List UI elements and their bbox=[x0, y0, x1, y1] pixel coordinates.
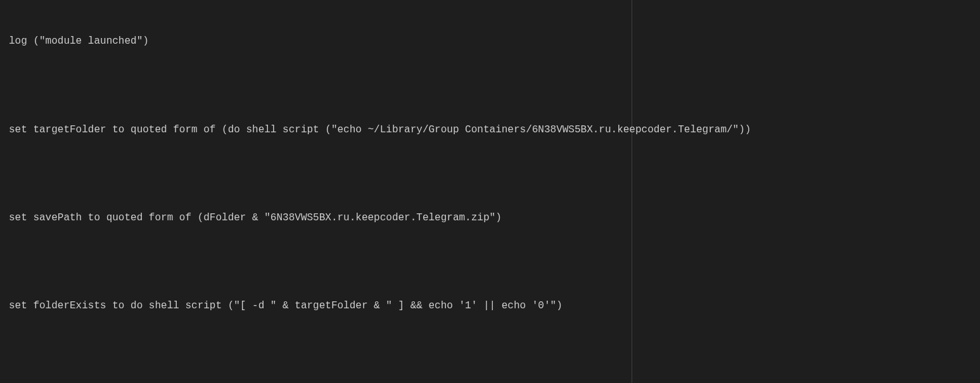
code-line: set savePath to quoted form of (dFolder … bbox=[9, 211, 971, 225]
code-line bbox=[9, 342, 971, 357]
code-line bbox=[9, 166, 971, 181]
code-line bbox=[9, 254, 971, 269]
code-line bbox=[9, 78, 971, 93]
code-editor[interactable]: log ("module launched") set targetFolder… bbox=[9, 5, 971, 383]
code-line: set targetFolder to quoted form of (do s… bbox=[9, 123, 971, 137]
code-line: log ("module launched") bbox=[9, 34, 971, 49]
code-line: set folderExists to do shell script ("[ … bbox=[9, 299, 971, 313]
